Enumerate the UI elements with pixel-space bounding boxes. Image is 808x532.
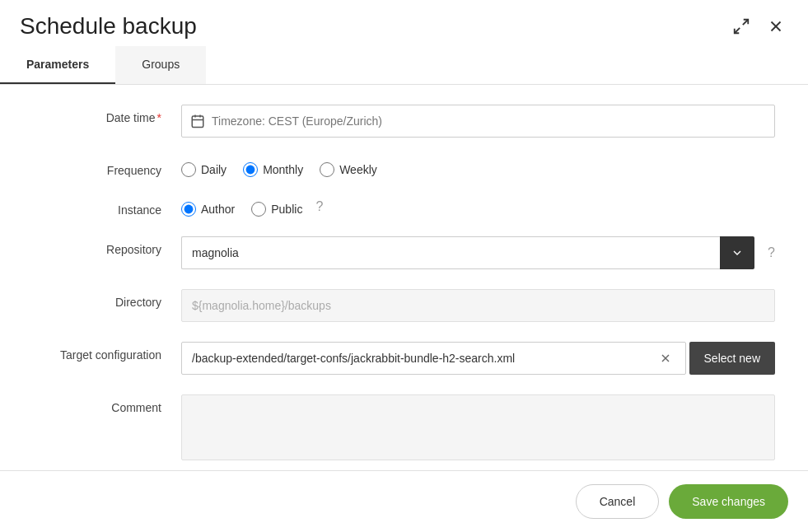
comment-label: Comment [33,394,181,414]
target-config-input[interactable]: /backup-extended/target-confs/jackrabbit… [181,342,686,375]
instance-author-radio[interactable] [181,202,196,217]
frequency-weekly-radio[interactable] [320,162,334,177]
repository-value[interactable]: magnolia [181,236,720,269]
frequency-daily-radio[interactable] [181,162,196,177]
repository-control: magnolia ? [181,236,775,269]
datetime-control [181,105,775,138]
svg-line-0 [743,20,748,25]
cancel-button[interactable]: Cancel [576,484,660,519]
calendar-icon [190,114,205,128]
frequency-control: Daily Monthly Weekly [181,157,775,177]
instance-author[interactable]: Author [181,202,235,217]
directory-field[interactable]: ${magnolia.home}/backups [181,289,775,322]
instance-public[interactable]: Public [251,202,302,217]
repository-help-icon[interactable]: ? [768,245,775,260]
comment-field[interactable] [181,394,775,460]
repository-row: Repository magnolia ? [33,236,775,269]
close-button[interactable] [764,14,788,39]
svg-line-1 [735,28,740,33]
dialog-footer: Cancel Save changes [0,470,808,532]
save-button[interactable]: Save changes [669,484,788,519]
target-config-wrapper: /backup-extended/target-confs/jackrabbit… [181,342,775,375]
tab-groups[interactable]: Groups [115,46,206,84]
instance-label: Instance [33,197,181,217]
target-config-control: /backup-extended/target-confs/jackrabbit… [181,342,775,375]
frequency-daily[interactable]: Daily [181,162,227,177]
datetime-input-wrapper[interactable] [181,105,775,138]
chevron-down-icon [731,246,744,259]
select-new-button[interactable]: Select new [689,342,775,375]
directory-row: Directory ${magnolia.home}/backups [33,289,775,322]
comment-row: Comment [33,394,775,460]
instance-options: Author Public [181,197,302,217]
datetime-row: Date time* [33,105,775,138]
expand-button[interactable] [729,14,754,39]
target-config-value: /backup-extended/target-confs/jackrabbit… [192,352,656,365]
form-body: Date time* Frequency [0,85,808,470]
tabs: Parameters Groups [0,46,808,85]
schedule-backup-dialog: Schedule backup Parameters Groups [0,0,808,532]
target-config-row: Target configuration /backup-extended/ta… [33,342,775,375]
svg-rect-4 [192,116,203,128]
frequency-monthly[interactable]: Monthly [243,162,303,177]
repository-wrapper: magnolia ? [181,236,775,269]
frequency-radio-group: Daily Monthly Weekly [181,157,377,177]
target-config-clear-button[interactable] [656,348,675,368]
instance-public-radio[interactable] [251,202,266,217]
instance-row: Instance Author Public ? [33,197,775,217]
repository-label: Repository [33,236,181,256]
directory-control: ${magnolia.home}/backups [181,289,775,322]
header-actions [729,14,788,39]
datetime-field[interactable] [212,114,766,128]
clear-icon [659,352,672,365]
repository-select-wrapper: magnolia [181,236,754,269]
frequency-row: Frequency Daily Monthly Weekly [33,157,775,177]
dialog-header: Schedule backup [0,0,808,46]
expand-icon [732,17,750,35]
frequency-monthly-radio[interactable] [243,162,258,177]
repository-dropdown-button[interactable] [720,236,754,269]
frequency-weekly[interactable]: Weekly [320,162,377,177]
comment-control [181,394,775,460]
tab-parameters[interactable]: Parameters [0,46,115,84]
close-icon [767,17,785,35]
instance-help-icon[interactable]: ? [315,199,323,214]
instance-control: Author Public ? [181,197,775,217]
datetime-label: Date time* [33,105,181,124]
directory-label: Directory [33,289,181,309]
instance-radio-group: Author Public ? [181,197,775,217]
frequency-label: Frequency [33,157,181,177]
required-star: * [157,111,161,124]
target-config-label: Target configuration [33,342,181,362]
dialog-title: Schedule backup [20,13,197,40]
